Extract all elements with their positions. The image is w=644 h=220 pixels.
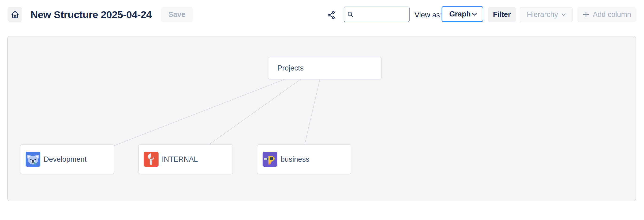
drill-avatar xyxy=(262,152,278,167)
graph-node-development[interactable]: Development xyxy=(20,144,114,174)
share-icon xyxy=(326,10,336,20)
view-mode-value: Graph xyxy=(449,10,471,18)
hierarchy-value: Hierarchy xyxy=(527,10,558,19)
view-as-label: View as: xyxy=(414,11,442,19)
structure-app: New Structure 2025-04-24 Save View as: G… xyxy=(0,0,644,220)
edge-projects-development xyxy=(114,78,287,146)
hierarchy-select[interactable]: Hierarchy xyxy=(520,7,572,22)
search-input[interactable] xyxy=(356,11,406,18)
toolbar: New Structure 2025-04-24 Save View as: G… xyxy=(0,0,644,36)
koala-avatar xyxy=(26,152,40,167)
save-button[interactable]: Save xyxy=(161,7,192,22)
share-button[interactable] xyxy=(326,10,336,20)
chevron-down-icon xyxy=(560,11,567,18)
edge-projects-internal xyxy=(208,78,302,146)
node-label: business xyxy=(281,155,309,164)
view-mode-select[interactable]: Graph xyxy=(442,6,483,22)
node-label: Development xyxy=(44,155,87,164)
home-icon xyxy=(10,10,20,19)
edge-projects-business xyxy=(304,78,320,146)
add-column-button[interactable]: Add column xyxy=(577,7,636,22)
node-label: Projects xyxy=(278,64,304,72)
graph-node-internal[interactable]: INTERNAL xyxy=(138,144,233,174)
filter-button[interactable]: Filter xyxy=(488,7,516,22)
wrench-avatar xyxy=(144,152,158,167)
page-title: New Structure 2025-04-24 xyxy=(30,9,152,21)
search-icon xyxy=(347,10,354,18)
plus-icon xyxy=(582,11,590,19)
graph-node-business[interactable]: business xyxy=(257,144,351,174)
home-button[interactable] xyxy=(8,7,22,22)
chevron-down-icon xyxy=(471,11,478,18)
graph-node-projects[interactable]: Projects xyxy=(268,57,382,79)
search-box xyxy=(344,7,410,22)
node-label: INTERNAL xyxy=(162,155,198,164)
add-column-label: Add column xyxy=(593,10,631,19)
graph-canvas[interactable]: Projects Development xyxy=(7,36,636,201)
